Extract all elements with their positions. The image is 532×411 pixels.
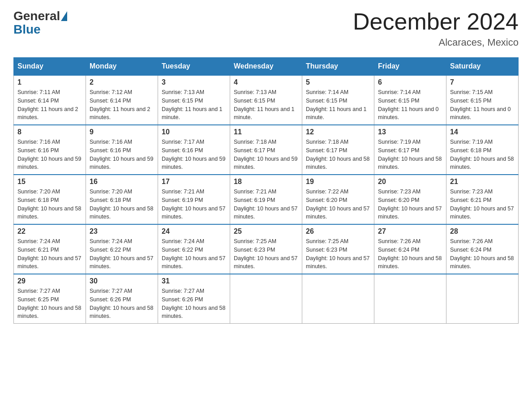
day-number: 17: [162, 178, 226, 186]
day-number: 18: [234, 178, 298, 186]
column-header-tuesday: Tuesday: [158, 58, 230, 76]
day-info: Sunrise: 7:25 AMSunset: 6:23 PMDaylight:…: [234, 237, 298, 271]
calendar-cell: [230, 274, 302, 324]
calendar-cell: 11 Sunrise: 7:18 AMSunset: 6:17 PMDaylig…: [230, 125, 302, 175]
calendar-cell: 14 Sunrise: 7:19 AMSunset: 6:18 PMDaylig…: [446, 125, 519, 175]
day-number: 29: [17, 277, 82, 285]
calendar-cell: 19 Sunrise: 7:22 AMSunset: 6:20 PMDaylig…: [302, 175, 374, 224]
calendar-cell: 3 Sunrise: 7:13 AMSunset: 6:15 PMDayligh…: [158, 75, 230, 125]
calendar-cell: 7 Sunrise: 7:15 AMSunset: 6:15 PMDayligh…: [446, 75, 519, 125]
calendar-cell: 25 Sunrise: 7:25 AMSunset: 6:23 PMDaylig…: [230, 224, 302, 274]
day-info: Sunrise: 7:27 AMSunset: 6:26 PMDaylight:…: [90, 287, 154, 321]
day-number: 21: [450, 178, 515, 186]
day-info: Sunrise: 7:20 AMSunset: 6:18 PMDaylight:…: [90, 188, 154, 221]
calendar-cell: 12 Sunrise: 7:18 AMSunset: 6:17 PMDaylig…: [302, 125, 374, 175]
day-number: 28: [450, 227, 515, 235]
day-info: Sunrise: 7:22 AMSunset: 6:20 PMDaylight:…: [306, 188, 370, 221]
calendar-cell: 31 Sunrise: 7:27 AMSunset: 6:26 PMDaylig…: [158, 274, 230, 324]
day-number: 13: [378, 128, 442, 136]
day-number: 16: [90, 178, 154, 186]
day-info: Sunrise: 7:23 AMSunset: 6:20 PMDaylight:…: [378, 188, 442, 221]
calendar-cell: 8 Sunrise: 7:16 AMSunset: 6:16 PMDayligh…: [14, 125, 86, 175]
day-number: 4: [234, 78, 298, 86]
calendar-cell: 4 Sunrise: 7:13 AMSunset: 6:15 PMDayligh…: [230, 75, 302, 125]
day-number: 26: [306, 227, 370, 235]
column-header-friday: Friday: [374, 58, 446, 76]
day-number: 10: [162, 128, 226, 136]
day-info: Sunrise: 7:18 AMSunset: 6:17 PMDaylight:…: [306, 138, 370, 171]
week-row-1: 1 Sunrise: 7:11 AMSunset: 6:14 PMDayligh…: [14, 75, 519, 125]
day-info: Sunrise: 7:21 AMSunset: 6:19 PMDaylight:…: [234, 188, 298, 221]
calendar-cell: [446, 274, 519, 324]
day-number: 19: [306, 178, 370, 186]
day-number: 8: [17, 128, 82, 136]
day-info: Sunrise: 7:27 AMSunset: 6:25 PMDaylight:…: [17, 287, 82, 321]
week-row-3: 15 Sunrise: 7:20 AMSunset: 6:18 PMDaylig…: [14, 175, 519, 224]
day-info: Sunrise: 7:24 AMSunset: 6:22 PMDaylight:…: [162, 237, 226, 271]
logo-triangle-icon: [61, 11, 67, 21]
day-info: Sunrise: 7:16 AMSunset: 6:16 PMDaylight:…: [17, 138, 82, 171]
day-number: 3: [162, 78, 226, 86]
calendar-header-row: SundayMondayTuesdayWednesdayThursdayFrid…: [14, 58, 519, 76]
day-number: 22: [17, 227, 82, 235]
logo-general-text: General: [13, 9, 60, 23]
calendar-cell: 16 Sunrise: 7:20 AMSunset: 6:18 PMDaylig…: [86, 175, 158, 224]
logo: General Blue: [13, 9, 67, 37]
column-header-thursday: Thursday: [302, 58, 374, 76]
column-header-monday: Monday: [86, 58, 158, 76]
calendar-cell: [374, 274, 446, 324]
day-number: 7: [450, 78, 515, 86]
day-number: 20: [378, 178, 442, 186]
day-info: Sunrise: 7:20 AMSunset: 6:18 PMDaylight:…: [17, 188, 82, 221]
day-info: Sunrise: 7:15 AMSunset: 6:15 PMDaylight:…: [450, 88, 515, 122]
title-area: December 2024 Alcaraces, Mexico: [353, 9, 519, 48]
calendar-table: SundayMondayTuesdayWednesdayThursdayFrid…: [13, 57, 519, 324]
calendar-cell: 9 Sunrise: 7:16 AMSunset: 6:16 PMDayligh…: [86, 125, 158, 175]
day-number: 31: [162, 277, 226, 285]
calendar-cell: 1 Sunrise: 7:11 AMSunset: 6:14 PMDayligh…: [14, 75, 86, 125]
day-info: Sunrise: 7:27 AMSunset: 6:26 PMDaylight:…: [162, 287, 226, 321]
column-header-sunday: Sunday: [14, 58, 86, 76]
day-number: 30: [90, 277, 154, 285]
day-info: Sunrise: 7:12 AMSunset: 6:14 PMDaylight:…: [90, 88, 154, 122]
day-info: Sunrise: 7:13 AMSunset: 6:15 PMDaylight:…: [234, 88, 298, 122]
calendar-cell: 6 Sunrise: 7:14 AMSunset: 6:15 PMDayligh…: [374, 75, 446, 125]
week-row-4: 22 Sunrise: 7:24 AMSunset: 6:21 PMDaylig…: [14, 224, 519, 274]
calendar-cell: 27 Sunrise: 7:26 AMSunset: 6:24 PMDaylig…: [374, 224, 446, 274]
calendar-cell: 26 Sunrise: 7:25 AMSunset: 6:23 PMDaylig…: [302, 224, 374, 274]
day-info: Sunrise: 7:26 AMSunset: 6:24 PMDaylight:…: [378, 237, 442, 271]
day-info: Sunrise: 7:19 AMSunset: 6:18 PMDaylight:…: [450, 138, 515, 171]
calendar-cell: 24 Sunrise: 7:24 AMSunset: 6:22 PMDaylig…: [158, 224, 230, 274]
calendar-cell: 2 Sunrise: 7:12 AMSunset: 6:14 PMDayligh…: [86, 75, 158, 125]
calendar-cell: 20 Sunrise: 7:23 AMSunset: 6:20 PMDaylig…: [374, 175, 446, 224]
calendar-cell: 22 Sunrise: 7:24 AMSunset: 6:21 PMDaylig…: [14, 224, 86, 274]
calendar-cell: 10 Sunrise: 7:17 AMSunset: 6:16 PMDaylig…: [158, 125, 230, 175]
day-info: Sunrise: 7:18 AMSunset: 6:17 PMDaylight:…: [234, 138, 298, 171]
day-info: Sunrise: 7:19 AMSunset: 6:17 PMDaylight:…: [378, 138, 442, 171]
day-info: Sunrise: 7:14 AMSunset: 6:15 PMDaylight:…: [306, 88, 370, 122]
calendar-cell: 15 Sunrise: 7:20 AMSunset: 6:18 PMDaylig…: [14, 175, 86, 224]
calendar-cell: 30 Sunrise: 7:27 AMSunset: 6:26 PMDaylig…: [86, 274, 158, 324]
calendar-cell: 21 Sunrise: 7:23 AMSunset: 6:21 PMDaylig…: [446, 175, 519, 224]
logo-blue-text: Blue: [13, 22, 67, 37]
day-number: 23: [90, 227, 154, 235]
calendar-cell: 5 Sunrise: 7:14 AMSunset: 6:15 PMDayligh…: [302, 75, 374, 125]
calendar-cell: [302, 274, 374, 324]
calendar-cell: 23 Sunrise: 7:24 AMSunset: 6:22 PMDaylig…: [86, 224, 158, 274]
page-header: General Blue December 2024 Alcaraces, Me…: [13, 9, 519, 48]
day-number: 6: [378, 78, 442, 86]
calendar-cell: 18 Sunrise: 7:21 AMSunset: 6:19 PMDaylig…: [230, 175, 302, 224]
calendar-cell: 28 Sunrise: 7:26 AMSunset: 6:24 PMDaylig…: [446, 224, 519, 274]
day-info: Sunrise: 7:13 AMSunset: 6:15 PMDaylight:…: [162, 88, 226, 122]
day-number: 12: [306, 128, 370, 136]
day-number: 14: [450, 128, 515, 136]
calendar-cell: 29 Sunrise: 7:27 AMSunset: 6:25 PMDaylig…: [14, 274, 86, 324]
column-header-wednesday: Wednesday: [230, 58, 302, 76]
day-info: Sunrise: 7:25 AMSunset: 6:23 PMDaylight:…: [306, 237, 370, 271]
day-info: Sunrise: 7:24 AMSunset: 6:21 PMDaylight:…: [17, 237, 82, 271]
day-number: 5: [306, 78, 370, 86]
day-info: Sunrise: 7:24 AMSunset: 6:22 PMDaylight:…: [90, 237, 154, 271]
day-info: Sunrise: 7:23 AMSunset: 6:21 PMDaylight:…: [450, 188, 515, 221]
day-number: 27: [378, 227, 442, 235]
day-number: 2: [90, 78, 154, 86]
